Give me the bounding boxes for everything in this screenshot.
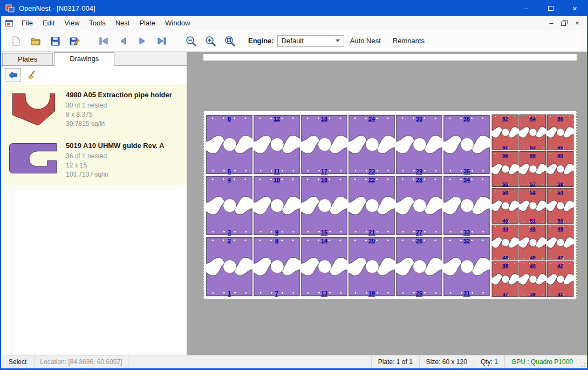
svg-text:42: 42 [557,263,563,268]
engine-label: Engine: [248,37,274,45]
drawing-list-item[interactable]: 4980 A05 Extraction pipe holder 30 of 1 … [1,84,187,135]
zoom-fit-icon [224,35,236,47]
mdi-window-controls: – × [545,18,587,29]
left-panel: Plates Drawings [1,52,187,355]
svg-text:22: 22 [368,177,375,183]
status-bar: Select Location: [84.8696, 60.6957] Plat… [1,355,587,368]
drawing-info: 4980 A05 Extraction pipe holder 30 of 1 … [66,91,172,130]
previous-plate-button[interactable] [113,32,133,50]
close-button[interactable]: × [563,0,587,16]
menu-window[interactable]: Window [160,17,195,29]
chevron-down-icon [336,39,340,42]
svg-text:7: 7 [275,290,278,297]
child-window-icon [5,19,13,27]
svg-text:26: 26 [416,238,422,244]
part-shape [10,144,57,173]
svg-text:21: 21 [368,229,375,236]
zoom-out-button[interactable] [181,32,201,50]
svg-text:5: 5 [228,168,231,174]
minimize-button[interactable]: – [514,0,538,16]
mdi-close-button[interactable]: × [571,18,584,29]
next-plate-button[interactable] [133,32,152,50]
menu-plate[interactable]: Plate [134,17,160,29]
tab-plates[interactable]: Plates [2,53,53,65]
save-as-button[interactable] [65,32,84,50]
nest-svg[interactable]: 6512111817242330293635431091615222128273… [204,111,576,299]
drawing-nested-count: 36 of 1 nested [66,152,164,161]
svg-text:13: 13 [321,290,327,297]
drawing-size: 12 x 15 [66,161,164,170]
svg-text:63: 63 [530,144,536,150]
menu-view[interactable]: View [59,17,84,29]
maximize-button[interactable] [538,0,563,16]
save-icon [49,35,61,47]
menu-file[interactable]: File [17,17,38,29]
svg-text:31: 31 [463,290,470,297]
resize-grip[interactable] [579,355,587,368]
svg-text:34: 34 [463,177,470,183]
clear-drawings-button[interactable] [24,68,40,82]
svg-text:28: 28 [416,177,422,183]
panel-tabs: Plates Drawings [1,52,187,66]
svg-text:43: 43 [502,254,508,260]
mode-indicator: Select [1,355,35,368]
part-shape [12,93,54,125]
drawing-area: 103.7137 sq/in [66,170,164,179]
first-plate-button[interactable] [94,32,113,50]
left-arrow-icon [8,70,18,80]
drawing-list: 4980 A05 Extraction pipe holder 30 of 1 … [1,84,187,185]
svg-text:66: 66 [557,116,563,122]
new-button[interactable] [6,32,26,50]
send-to-plate-button[interactable] [5,68,21,82]
drawing-list-item[interactable]: 5019 A10 UHMW guide Rev. A 36 of 1 neste… [1,135,187,185]
svg-text:27: 27 [416,229,422,236]
svg-text:24: 24 [368,116,375,122]
engine-select[interactable]: Default [277,35,344,47]
nest-canvas[interactable]: 6512111817242330293635431091615222128273… [187,52,587,355]
svg-text:16: 16 [321,177,327,183]
mdi-restore-button[interactable] [558,18,571,29]
svg-text:39: 39 [530,291,536,297]
auto-nest-button[interactable]: Auto Nest [344,37,387,45]
svg-text:1: 1 [228,290,231,297]
svg-text:29: 29 [416,168,422,174]
svg-text:10: 10 [274,177,280,183]
svg-text:65: 65 [557,144,563,150]
svg-text:35: 35 [463,168,470,174]
cursor-location: Location: [84.8696, 60.6957] [35,355,128,368]
save-button[interactable] [45,32,65,50]
mdi-minimize-button[interactable]: – [545,18,558,29]
main-toolbar: Engine: Default Auto Nest Remnants [1,30,587,52]
svg-text:57: 57 [530,181,536,187]
svg-text:17: 17 [321,168,327,174]
gpu-indicator: GPU : Quadro P1000 [504,355,579,368]
drawing-area: 30.7815 sq/in [66,119,172,129]
tab-drawings[interactable]: Drawings [54,52,114,66]
zoom-fit-button[interactable] [220,32,240,50]
menu-nest[interactable]: Nest [111,17,135,29]
last-plate-button[interactable] [152,32,172,50]
svg-text:38: 38 [502,263,508,268]
zoom-in-button[interactable] [201,32,220,50]
broom-icon [26,70,37,80]
svg-text:14: 14 [321,238,328,244]
svg-text:46: 46 [530,226,536,232]
svg-text:49: 49 [502,218,508,224]
svg-text:53: 53 [557,218,563,224]
svg-text:19: 19 [368,290,375,297]
svg-text:18: 18 [321,116,327,122]
last-arrow-icon [156,36,168,46]
open-folder-icon [30,35,42,47]
open-button[interactable] [26,32,45,50]
new-file-icon [10,35,22,47]
svg-text:45: 45 [530,254,536,260]
menu-tools[interactable]: Tools [84,17,110,29]
svg-text:41: 41 [557,291,563,297]
remnants-button[interactable]: Remnants [387,37,430,45]
svg-text:9: 9 [275,229,278,236]
plate[interactable]: 6512111817242330293635431091615222128273… [203,111,577,299]
next-arrow-icon [136,36,148,46]
svg-text:30: 30 [416,116,422,122]
svg-text:6: 6 [228,116,231,122]
menu-edit[interactable]: Edit [38,17,59,29]
